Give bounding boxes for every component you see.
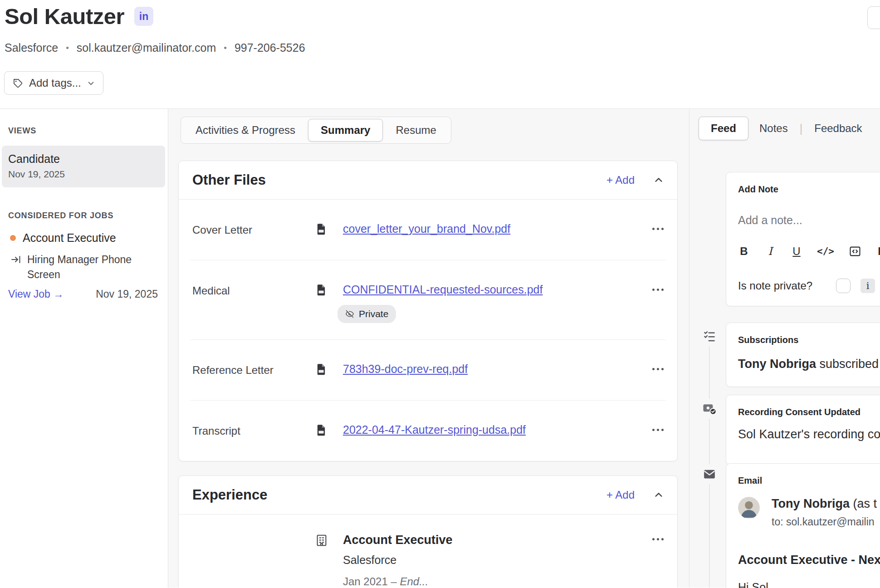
- add-experience-button[interactable]: + Add: [606, 489, 635, 501]
- file-type-label: Transcript: [192, 423, 315, 437]
- file-link[interactable]: 783h39-doc-prev-req.pdf: [343, 363, 468, 375]
- event-title: Email: [738, 475, 880, 486]
- note-toolbar: B I U </> H: [738, 245, 880, 258]
- more-options-button[interactable]: [652, 222, 664, 230]
- info-icon[interactable]: i: [860, 279, 875, 293]
- event-body: Sol Kautzer's recording co: [738, 427, 880, 441]
- add-tags-button[interactable]: Add tags...: [4, 71, 103, 95]
- other-files-card: Other Files + Add Cover Letter cover_let…: [178, 161, 678, 461]
- eye-off-icon: [345, 309, 354, 318]
- tab-summary[interactable]: Summary: [308, 119, 383, 142]
- other-files-title: Other Files: [192, 172, 606, 188]
- subscriptions-event-card: Subscriptions Tony Nobriga subscribed: [726, 323, 880, 387]
- building-icon: [315, 533, 328, 549]
- phone-label: 997-206-5526: [235, 41, 305, 54]
- file-link[interactable]: 2022-04-47-Kautzer-spring-udsa.pdf: [343, 423, 526, 436]
- tab-feed[interactable]: Feed: [699, 117, 748, 140]
- header-action-button[interactable]: [867, 6, 880, 29]
- note-private-checkbox[interactable]: [836, 279, 851, 293]
- candidate-header: Sol Kautzer in Salesforce • sol.kautzer@…: [0, 0, 880, 108]
- recording-consent-event-card: Recording Consent Updated Sol Kautzer's …: [726, 395, 880, 465]
- checklist-icon: [700, 326, 719, 346]
- feed-tabbar: Feed Notes | Feedback: [689, 109, 880, 140]
- pdf-file-icon: [315, 423, 328, 438]
- chevron-down-icon: [87, 79, 95, 87]
- job-date: Nov 19, 2025: [96, 288, 158, 300]
- bullet-separator: •: [224, 43, 227, 53]
- more-options-button[interactable]: [652, 363, 664, 370]
- bold-icon[interactable]: B: [738, 245, 750, 258]
- file-link[interactable]: CONFIDENTIAL-requested-sources.pdf: [343, 283, 543, 296]
- tab-resume[interactable]: Resume: [383, 119, 449, 142]
- note-input[interactable]: Add a note...: [738, 214, 880, 227]
- add-note-card: Add Note Add a note... B I U </> H Is no…: [726, 172, 880, 306]
- chevron-up-icon[interactable]: [654, 490, 664, 500]
- event-title: Subscriptions: [738, 335, 880, 345]
- private-badge: Private: [337, 305, 396, 323]
- considered-job: Account Executive Hiring Manager Phone S…: [0, 220, 168, 300]
- view-job-link[interactable]: View Job →: [8, 288, 64, 300]
- sidebar-item-candidate[interactable]: Candidate Nov 19, 2025: [2, 146, 165, 187]
- avatar: [738, 497, 760, 519]
- email-recipient: to: sol.kautzer@mailin: [772, 516, 877, 528]
- contact-line: Salesforce • sol.kautzer@mailinator.com …: [0, 29, 880, 54]
- pdf-file-icon: [315, 363, 328, 377]
- linkedin-icon[interactable]: in: [134, 7, 153, 26]
- note-private-label: Is note private?: [738, 279, 812, 292]
- timeline-line: [709, 336, 710, 588]
- email-body-preview: Hi Sol...: [738, 581, 880, 588]
- more-options-button[interactable]: [652, 533, 664, 540]
- experience-company: Salesforce: [343, 553, 639, 567]
- file-row-transcript: Transcript 2022-04-47-Kautzer-spring-uds…: [179, 401, 677, 461]
- tag-icon: [13, 78, 23, 88]
- tab-divider: |: [799, 122, 804, 135]
- tab-notes[interactable]: Notes: [748, 117, 799, 140]
- add-note-title: Add Note: [738, 184, 880, 195]
- email-event-card: Email Tony Nobriga (as t to: sol.kautzer…: [726, 463, 880, 588]
- file-type-label: Reference Letter: [192, 363, 315, 377]
- view-date: Nov 19, 2025: [8, 169, 165, 180]
- experience-dates: Jan 2021 – End...: [343, 575, 639, 588]
- tab-feedback[interactable]: Feedback: [803, 117, 873, 140]
- event-title: Recording Consent Updated: [738, 407, 880, 417]
- underline-icon[interactable]: U: [791, 245, 802, 258]
- more-options-button[interactable]: [652, 423, 664, 431]
- private-badge-label: Private: [359, 309, 388, 319]
- file-link[interactable]: cover_letter_your_brand_Nov.pdf: [343, 222, 510, 235]
- job-title: Account Executive: [23, 231, 116, 245]
- italic-icon[interactable]: I: [764, 245, 776, 258]
- recording-consent-icon: [700, 399, 719, 419]
- job-stage-label: Hiring Manager Phone Screen: [27, 252, 136, 282]
- experience-role: Account Executive: [343, 533, 639, 547]
- file-type-label: Medical: [192, 283, 315, 297]
- envelope-icon: [700, 464, 719, 484]
- experience-entry: Account Executive Salesforce Jan 2021 – …: [179, 514, 677, 588]
- candidate-name: Sol Kautzer: [5, 4, 124, 29]
- more-options-button[interactable]: [652, 283, 664, 291]
- code-icon[interactable]: </>: [817, 246, 834, 257]
- add-file-button[interactable]: + Add: [606, 174, 635, 186]
- chevron-up-icon[interactable]: [654, 175, 664, 185]
- pdf-file-icon: [315, 222, 328, 237]
- add-tags-label: Add tags...: [29, 77, 81, 89]
- company-label: Salesforce: [5, 41, 58, 54]
- bullet-separator: •: [66, 43, 69, 53]
- profile-tabbar: Activities & Progress Summary Resume: [181, 117, 451, 144]
- event-body: Tony Nobriga subscribed: [738, 357, 880, 371]
- file-row-reference-letter: Reference Letter 783h39-doc-prev-req.pdf: [179, 340, 677, 400]
- email-subject: Account Executive - Next s: [738, 553, 880, 567]
- file-row-medical: Medical CONFIDENTIAL-requested-sources.p…: [179, 260, 677, 339]
- code-block-icon[interactable]: [849, 245, 861, 258]
- main-content: Activities & Progress Summary Resume Oth…: [168, 109, 689, 588]
- advance-stage-icon: [10, 252, 21, 265]
- pdf-file-icon: [315, 283, 328, 298]
- experience-card: Experience + Add Account Executive: [178, 475, 678, 588]
- job-status-dot: [10, 235, 16, 241]
- sidebar: VIEWS Candidate Nov 19, 2025 CONSIDERED …: [0, 109, 168, 588]
- jobs-section-label: CONSIDERED FOR JOBS: [0, 211, 168, 220]
- tab-activities-progress[interactable]: Activities & Progress: [183, 119, 308, 142]
- email-sender: Tony Nobriga (as t: [772, 497, 877, 511]
- file-type-label: Cover Letter: [192, 222, 315, 236]
- heading-icon[interactable]: H: [876, 245, 880, 258]
- email-label: sol.kautzer@mailinator.com: [77, 41, 216, 54]
